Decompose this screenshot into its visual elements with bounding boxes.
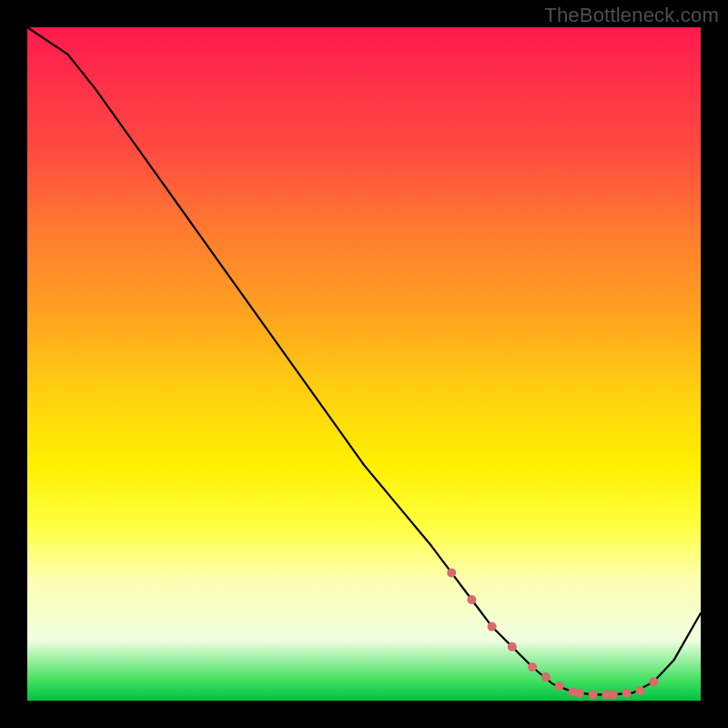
curve-marker [609, 690, 618, 699]
plot-area [27, 27, 701, 701]
curve-marker [635, 686, 644, 695]
curve-marker [589, 690, 598, 699]
curve-marker [508, 642, 517, 652]
bottleneck-curve [27, 27, 701, 694]
curve-marker [541, 672, 551, 682]
watermark-text: TheBottleneck.com [544, 4, 719, 27]
bottleneck-markers [447, 568, 658, 699]
curve-marker [447, 568, 456, 577]
curve-marker [555, 682, 564, 691]
curve-marker [622, 689, 632, 698]
curve-marker [488, 622, 497, 632]
curve-marker [649, 677, 658, 686]
chart-frame: TheBottleneck.com [0, 0, 728, 728]
curve-marker [467, 595, 476, 604]
curve-marker [528, 662, 537, 672]
curve-marker [575, 689, 584, 698]
bottleneck-curve-svg [27, 27, 701, 701]
